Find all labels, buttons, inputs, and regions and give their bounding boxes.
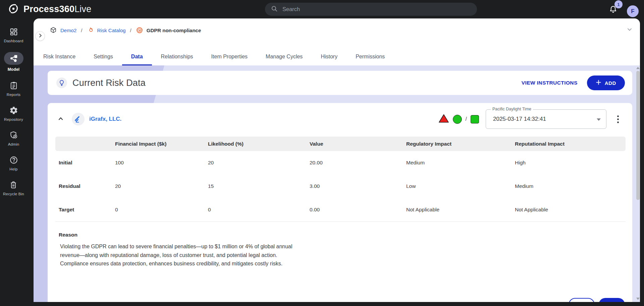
- breadcrumb-separator: /: [130, 28, 131, 33]
- add-button-label: ADD: [605, 80, 616, 86]
- sidebar-item-label: Reports: [7, 93, 21, 97]
- cell-likelihood: 0: [208, 207, 310, 213]
- risk-table: Financial Impact ($k) Likelihood (%) Val…: [55, 137, 626, 221]
- app-root: Process360Live Search 1 F: [0, 0, 644, 306]
- content-scroll-area: Current Risk Data VIEW INSTRUCTIONS ADD: [34, 65, 640, 302]
- chevron-right-icon: [38, 33, 43, 39]
- cell-regulatory: Not Applicable: [406, 207, 515, 213]
- row-label: Residual: [55, 183, 115, 189]
- residual-risk-circle-icon: [453, 115, 462, 124]
- sidebar-item-dashboard[interactable]: Dashboard: [4, 27, 23, 43]
- primary-button-partial[interactable]: [599, 298, 625, 302]
- tab-relationships[interactable]: Relationships: [152, 48, 202, 65]
- row-label: Target: [55, 207, 115, 213]
- scroll-up-arrow-icon[interactable]: [636, 67, 640, 69]
- plus-icon: [596, 80, 601, 86]
- view-instructions-link[interactable]: VIEW INSTRUCTIONS: [522, 80, 578, 86]
- brand-text-bold: Process360: [23, 4, 74, 14]
- column-header-regulatory: Regulatory Impact: [406, 141, 515, 147]
- cell-value: 0.00: [310, 207, 406, 213]
- notifications-button[interactable]: 1: [606, 0, 625, 18]
- cell-value: 3.00: [310, 183, 406, 189]
- company-link[interactable]: iGrafx, LLC.: [89, 116, 121, 122]
- dropdown-caret-icon: [597, 118, 601, 121]
- search-input[interactable]: Search: [265, 3, 477, 16]
- vertical-scrollbar[interactable]: [636, 65, 640, 302]
- cell-regulatory: Low: [406, 183, 515, 189]
- breadcrumb-item-risk-catalog[interactable]: Risk Catalog: [97, 28, 126, 33]
- timestamp-select[interactable]: Pacific Daylight Time 2025-03-17 14:32:4…: [486, 109, 606, 129]
- cell-likelihood: 20: [208, 160, 310, 166]
- breadcrumb-separator: /: [81, 28, 82, 33]
- breadcrumb-item-demo2[interactable]: Demo2: [60, 28, 76, 33]
- scroll-down-arrow-icon[interactable]: [636, 298, 640, 300]
- risk-catalog-flame-icon: [87, 27, 94, 34]
- breadcrumb: Demo2 / Risk Catalog / GDPR non-complian…: [50, 26, 201, 35]
- user-avatar[interactable]: F: [627, 5, 639, 17]
- notification-badge: 1: [614, 0, 623, 8]
- reports-icon: [4, 81, 23, 90]
- trash-icon: [4, 180, 23, 190]
- kebab-dot: [617, 121, 619, 123]
- collapse-entry-button[interactable]: [56, 114, 66, 124]
- sidebar-item-label: Help: [9, 167, 17, 171]
- column-header-financial: Financial Impact ($k): [115, 141, 208, 147]
- model-icon: [4, 52, 23, 65]
- add-button[interactable]: ADD: [587, 75, 625, 90]
- brand-logo: Process360Live: [7, 0, 91, 18]
- risk-indicators: /: [438, 114, 479, 124]
- repository-cube-icon: [50, 27, 57, 34]
- secondary-button-partial[interactable]: [569, 298, 595, 302]
- kebab-dot: [617, 118, 619, 120]
- cell-value: 20.00: [310, 160, 406, 166]
- tab-settings[interactable]: Settings: [85, 48, 122, 65]
- tab-manage-cycles[interactable]: Manage Cycles: [257, 48, 312, 65]
- indicator-separator: /: [466, 116, 467, 122]
- row-label: Initial: [55, 160, 115, 166]
- risk-table-header: Financial Impact ($k) Likelihood (%) Val…: [55, 137, 626, 151]
- sidebar-item-admin[interactable]: Admin: [4, 131, 23, 146]
- tab-permissions[interactable]: Permissions: [346, 48, 394, 65]
- more-options-button[interactable]: [616, 114, 620, 124]
- timestamp-value: 2025-03-17 14:32:41: [493, 116, 546, 122]
- cell-reputational: Not Applicable: [515, 207, 626, 213]
- section-divider: [55, 221, 626, 222]
- lightbulb-icon: [56, 78, 67, 88]
- sidebar-item-repository[interactable]: Repository: [4, 106, 23, 121]
- scrollbar-thumb[interactable]: [636, 71, 640, 200]
- table-row-initial: Initial 100 20 20.00 Medium High: [55, 151, 626, 174]
- gavel-icon: [72, 113, 85, 125]
- search-icon: [271, 5, 278, 14]
- brand-atom-icon: [7, 3, 19, 16]
- sidebar-item-label: Recycle Bin: [3, 192, 24, 196]
- sidebar-item-recycle-bin[interactable]: Recycle Bin: [3, 180, 24, 196]
- chevron-up-icon: [57, 115, 64, 123]
- column-header-likelihood: Likelihood (%): [208, 141, 310, 147]
- cell-reputational: Medium: [515, 183, 626, 189]
- sidebar-item-help[interactable]: Help: [4, 155, 23, 171]
- collapse-header-button[interactable]: [627, 27, 633, 34]
- panel-expand-button[interactable]: [35, 31, 45, 41]
- help-icon: [4, 155, 23, 165]
- breadcrumb-current-item: GDPR non-compliance: [147, 28, 201, 33]
- kebab-dot: [617, 115, 619, 117]
- tab-item-properties[interactable]: Item Properties: [202, 48, 257, 65]
- risk-instance-target-icon: [136, 27, 143, 34]
- sidebar-item-label: Admin: [8, 142, 19, 146]
- cell-regulatory: Medium: [406, 160, 515, 166]
- content-panel: Demo2 / Risk Catalog / GDPR non-complian…: [34, 18, 640, 302]
- risk-entry-card: iGrafx, LLC. / Pacific Daylight Time: [48, 103, 632, 302]
- tab-history[interactable]: History: [312, 48, 346, 65]
- dashboard-icon: [4, 27, 23, 37]
- sidebar-item-model[interactable]: Model: [4, 52, 23, 72]
- tab-data[interactable]: Data: [122, 48, 152, 65]
- cell-financial: 0: [115, 207, 208, 213]
- sidebar-item-reports[interactable]: Reports: [4, 81, 23, 97]
- timezone-label: Pacific Daylight Time: [491, 107, 533, 111]
- tab-risk-instance[interactable]: Risk Instance: [34, 48, 85, 65]
- sidebar: Dashboard Model Reports: [0, 18, 27, 306]
- current-risk-data-card: Current Risk Data VIEW INSTRUCTIONS ADD: [48, 71, 632, 95]
- column-header-value: Value: [310, 141, 406, 147]
- table-row-target: Target 0 0 0.00 Not Applicable Not Appli…: [55, 198, 626, 221]
- search-placeholder: Search: [282, 6, 300, 12]
